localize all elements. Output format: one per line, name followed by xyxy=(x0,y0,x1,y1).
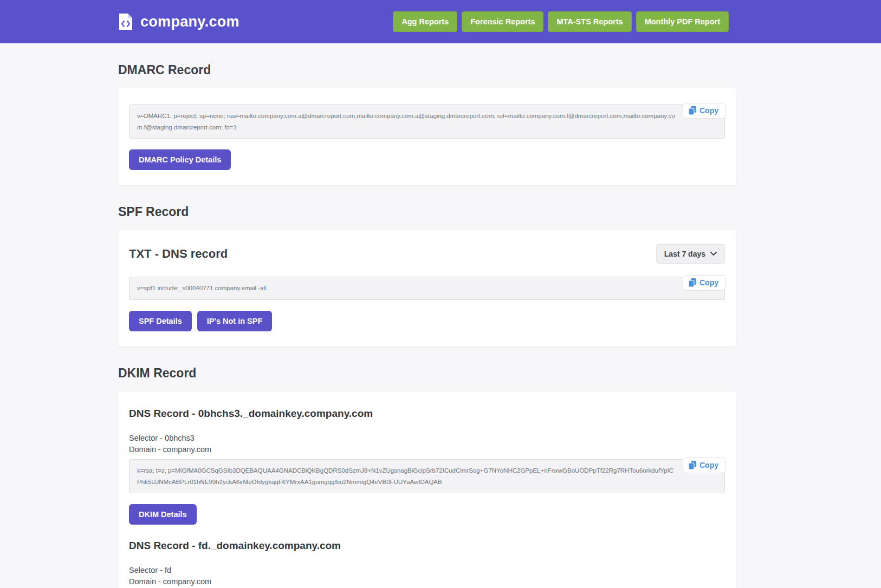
dmarc-policy-details-button[interactable]: DMARC Policy Details xyxy=(129,149,231,170)
dmarc-record-value: v=DMARC1; p=reject; sp=none; rua=mailto:… xyxy=(129,104,725,139)
dkim-record-1-heading: DNS Record - 0bhchs3._domainkey.company.… xyxy=(129,408,725,420)
period-selector-dropdown[interactable]: Last 7 days xyxy=(656,244,725,264)
spf-buttons-row: SPF Details IP's Not in SPF xyxy=(129,311,725,331)
nav-mta-sts-reports-button[interactable]: MTA-STS Reports xyxy=(548,11,631,32)
copy-button-label: Copy xyxy=(699,461,718,469)
chevron-down-icon xyxy=(710,252,717,256)
spf-details-button[interactable]: SPF Details xyxy=(129,311,192,331)
dkim-card: DNS Record - 0bhchs3._domainkey.company.… xyxy=(118,391,736,588)
app-header: company.com Agg Reports Forensic Reports… xyxy=(0,0,881,43)
period-selector-value: Last 7 days xyxy=(664,250,705,258)
dkim-section-title: DKIM Record xyxy=(118,366,736,381)
dkim-record-1-selector: Selector - 0bhchs3 xyxy=(129,434,725,442)
dkim-details-button[interactable]: DKIM Details xyxy=(129,504,197,525)
copy-button-label: Copy xyxy=(699,106,718,115)
dmarc-card: v=DMARC1; p=reject; sp=none; rua=mailto:… xyxy=(118,88,736,185)
dkim-record-2-domain: Domain - company.com xyxy=(129,577,725,586)
brand-logo[interactable]: company.com xyxy=(118,12,239,31)
nav-monthly-pdf-report-button[interactable]: Monthly PDF Report xyxy=(636,11,729,32)
dmarc-copy-button[interactable]: Copy xyxy=(683,103,725,119)
dmarc-section-title: DMARC Record xyxy=(118,63,736,77)
clipboard-icon xyxy=(689,106,696,115)
nav-agg-reports-button[interactable]: Agg Reports xyxy=(393,11,457,32)
dmarc-record-wrap: v=DMARC1; p=reject; sp=none; rua=mailto:… xyxy=(129,104,725,139)
spf-record-value: v=spf1 include:_s00040771.company.email … xyxy=(129,277,725,300)
dkim-record-1-value: k=rsa; t=s; p=MIGfMA0GCSqGSIb3DQEBAQUAA4… xyxy=(129,459,725,493)
copy-button-label: Copy xyxy=(699,278,718,287)
spf-card-title: TXT - DNS record xyxy=(129,247,228,261)
dkim-record-1-domain: Domain - company.com xyxy=(129,445,725,454)
ips-not-in-spf-button[interactable]: IP's Not in SPF xyxy=(197,311,273,331)
header-nav: Agg Reports Forensic Reports MTA-STS Rep… xyxy=(393,11,729,32)
main-content: DMARC Record v=DMARC1; p=reject; sp=none… xyxy=(118,63,736,588)
clipboard-icon xyxy=(689,278,696,287)
dkim-record-1-copy-button[interactable]: Copy xyxy=(683,458,725,473)
spf-card: TXT - DNS record Last 7 days v=spf1 incl… xyxy=(118,230,736,347)
clipboard-icon xyxy=(689,461,696,469)
file-code-icon xyxy=(118,12,133,31)
spf-card-head: TXT - DNS record Last 7 days xyxy=(129,244,725,264)
dkim-record-1-wrap: k=rsa; t=s; p=MIGfMA0GCSqGSIb3DQEBAQUAA4… xyxy=(129,459,725,493)
spf-copy-button[interactable]: Copy xyxy=(683,275,725,291)
dkim-record-2-heading: DNS Record - fd._domainkey.company.com xyxy=(129,540,725,552)
brand-name: company.com xyxy=(140,14,239,30)
dkim-record-2-selector: Selector - fd xyxy=(129,566,725,574)
nav-forensic-reports-button[interactable]: Forensic Reports xyxy=(462,11,543,32)
spf-record-wrap: v=spf1 include:_s00040771.company.email … xyxy=(129,277,725,300)
spf-section-title: SPF Record xyxy=(118,205,736,219)
